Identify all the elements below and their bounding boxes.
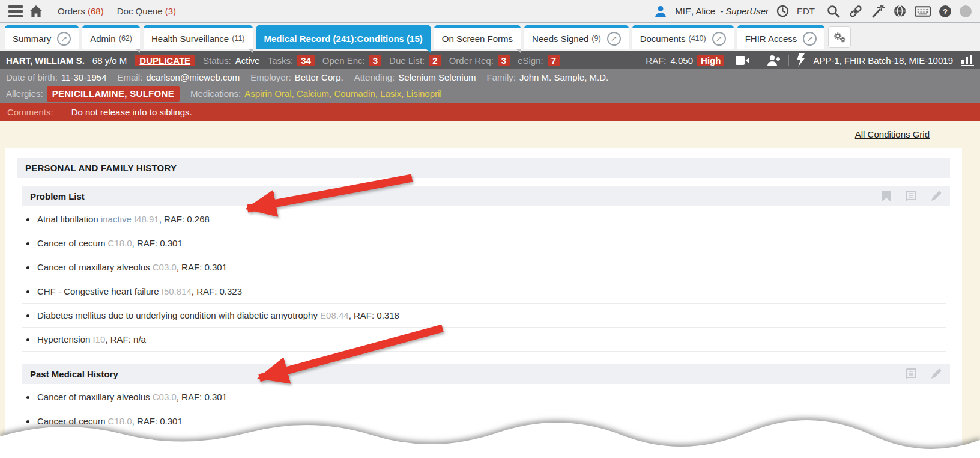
condition-row[interactable]: Hypertension I10, RAF: n/a [22, 328, 946, 352]
due-list-count-badge[interactable]: 2 [429, 55, 441, 66]
tab-label: Medical Record (241):Conditions (15) [264, 34, 423, 44]
due-list-counter[interactable]: Due List:2 [389, 55, 441, 66]
tab-documents[interactable]: Documents (410) ↗ [632, 25, 734, 49]
user-menu[interactable]: MIE, Alice - SuperUser [675, 6, 769, 16]
tab-medical-record-conditions[interactable]: Medical Record (241):Conditions (15) [256, 25, 431, 49]
employer-value: Better Corp. [295, 70, 343, 85]
medications-label: Medications: [190, 87, 241, 101]
raf-score: RAF:4.050High [646, 55, 724, 66]
allergies-label: Allergies: [6, 87, 43, 101]
tasks-label: Tasks: [268, 55, 294, 66]
link-icon[interactable] [848, 4, 863, 19]
tab-label: Needs Signed [532, 34, 588, 44]
patient-demographics: Date of birth:11-30-1954 Email:dcarlson@… [0, 69, 980, 103]
nav-orders-label: Orders [58, 6, 85, 16]
condition-name[interactable]: Cancer of cecum [37, 416, 105, 426]
condition-row[interactable]: Cancer of cecum C18.0, RAF: 0.301 [22, 409, 946, 433]
section-title: PERSONAL AND FAMILY HISTORY [17, 158, 950, 178]
patient-age-sex: 68 y/o M [92, 55, 127, 66]
condition-row[interactable]: Cancer of cecum C18.0, RAF: 0.301 [22, 231, 946, 255]
condition-icd-code: I50.814 [162, 286, 192, 296]
wand-icon[interactable] [871, 4, 885, 19]
quick-action-bolt-icon[interactable] [797, 53, 805, 67]
nav-doc-queue[interactable]: Doc Queue (3) [117, 6, 176, 16]
home-icon[interactable] [29, 5, 43, 18]
open-enc-count-badge[interactable]: 3 [369, 55, 381, 66]
tab-label: Admin [90, 34, 116, 44]
condition-name[interactable]: Atrial fibrillation [37, 214, 98, 224]
tab-admin[interactable]: Admin (62) [82, 25, 140, 49]
open-new-window-icon[interactable]: ↗ [607, 32, 621, 46]
condition-raf-text: , RAF: 0.301 [177, 392, 227, 402]
esign-counter[interactable]: eSign:7 [518, 55, 560, 66]
add-person-icon[interactable] [766, 55, 781, 66]
tab-on-screen-forms[interactable]: On Screen Forms [434, 25, 521, 49]
tasks-counter[interactable]: Tasks:34 [268, 55, 315, 66]
comments-label: Comments: [7, 107, 53, 117]
past-medical-history-header: Past Medical History [22, 364, 950, 384]
allergies-badge[interactable]: PENICILLAMINE, SULFONE [47, 86, 180, 102]
status-label: Status: [203, 55, 231, 66]
open-new-window-icon[interactable]: ↗ [803, 32, 817, 46]
condition-icd-code: E08.44 [320, 310, 349, 320]
esign-label: eSign: [518, 55, 543, 66]
open-new-window-icon[interactable]: ↗ [712, 32, 726, 46]
help-icon[interactable]: ? [939, 5, 952, 18]
tab-label: Summary [13, 34, 51, 44]
edit-pencil-icon[interactable] [931, 191, 942, 201]
open-new-window-icon[interactable]: ↗ [57, 32, 71, 46]
video-call-icon[interactable] [736, 55, 750, 66]
hamburger-menu-icon[interactable] [8, 5, 23, 17]
duplicate-badge[interactable]: DUPLICATE [135, 55, 195, 66]
nav-doc-queue-count: (3) [165, 6, 176, 16]
edit-pencil-icon[interactable] [931, 368, 942, 379]
attending-value: Selenium Selenium [398, 70, 476, 85]
clock-icon[interactable] [776, 5, 789, 17]
tab-health-surveillance[interactable]: Health Surveillance (11) [144, 25, 253, 49]
condition-row[interactable]: Atrial fibrillation inactive I48.91, RAF… [22, 207, 946, 231]
condition-icd-code: C18.0 [108, 238, 132, 248]
open-enc-counter[interactable]: Open Enc:3 [322, 55, 381, 66]
medications-links[interactable]: Aspirin Oral, Calcium, Coumadin, Lasix, … [244, 87, 441, 101]
condition-row[interactable]: CHF - Congestive heart failure I50.814, … [22, 279, 946, 304]
order-req-count-badge[interactable]: 3 [498, 55, 510, 66]
condition-row[interactable]: Diabetes mellitus due to underlying cond… [22, 304, 946, 328]
gears-icon [833, 31, 846, 43]
status-value: Active [235, 55, 260, 66]
tasks-count-badge[interactable]: 34 [297, 55, 315, 66]
search-icon[interactable] [826, 4, 841, 19]
esign-count-badge[interactable]: 7 [548, 55, 560, 66]
tab-needs-signed[interactable]: Needs Signed (9) ↗ [524, 25, 629, 49]
keyboard-icon[interactable] [915, 5, 931, 17]
tab-fold-indicator [426, 49, 431, 53]
condition-status-link[interactable]: inactive [101, 214, 132, 224]
bookmark-icon[interactable] [882, 191, 891, 201]
condition-row[interactable]: Cancer of maxillary alveolus C03.0, RAF:… [22, 255, 946, 279]
journal-icon[interactable] [905, 368, 917, 379]
nav-orders[interactable]: Orders (68) [58, 6, 104, 16]
globe-icon[interactable] [893, 4, 907, 18]
condition-icd-code: C03.0 [153, 262, 177, 272]
condition-name[interactable]: Diabetes mellitus due to underlying cond… [37, 310, 318, 320]
svg-text:?: ? [943, 7, 948, 16]
order-req-counter[interactable]: Order Req:3 [449, 55, 510, 66]
app-info-text: APP-1, FHIR Batch-18, MIE-10019 [813, 55, 953, 66]
condition-name[interactable]: Cancer of maxillary alveolus [37, 392, 150, 402]
stats-chart-icon[interactable] [961, 55, 974, 66]
nav-orders-count: (68) [88, 6, 104, 16]
condition-row[interactable]: I25.2, RAF: 0.221 [22, 433, 946, 457]
tab-fhir-access[interactable]: FHIR Access ↗ [737, 25, 825, 49]
condition-name[interactable]: Hypertension [37, 334, 90, 344]
all-conditions-grid-link[interactable]: All Conditions Grid [855, 129, 930, 139]
condition-raf-text: , RAF: 0.268 [159, 214, 210, 224]
condition-name[interactable]: CHF - Congestive heart failure [37, 286, 159, 296]
raf-level-badge: High [697, 55, 724, 66]
dob-value: 11-30-1954 [61, 70, 107, 85]
patient-name[interactable]: HART, WILLIAM S. [6, 55, 85, 66]
condition-name[interactable]: Cancer of maxillary alveolus [37, 262, 150, 272]
condition-row[interactable]: Cancer of maxillary alveolus C03.0, RAF:… [22, 385, 946, 409]
condition-name[interactable]: Cancer of cecum [37, 238, 105, 248]
tab-summary[interactable]: Summary ↗ [5, 25, 79, 49]
journal-icon[interactable] [905, 191, 917, 201]
tab-settings-button[interactable] [828, 26, 851, 48]
